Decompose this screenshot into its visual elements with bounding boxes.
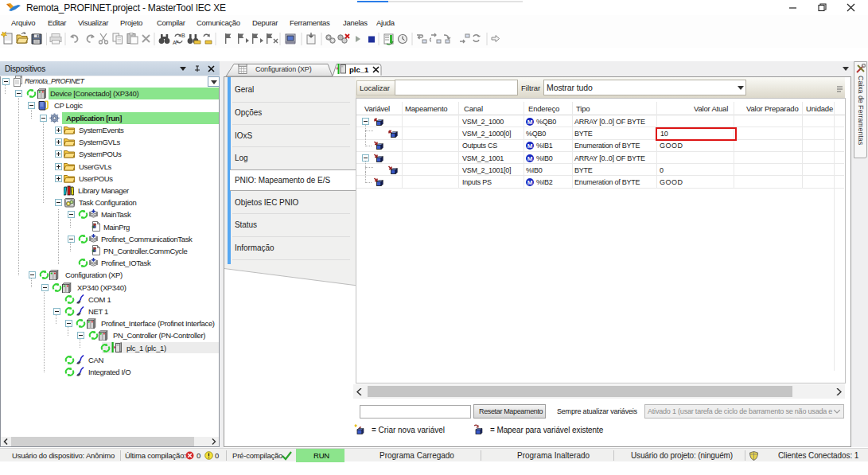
svg-text:B: B [181,33,185,38]
svg-text:A: A [173,40,177,45]
